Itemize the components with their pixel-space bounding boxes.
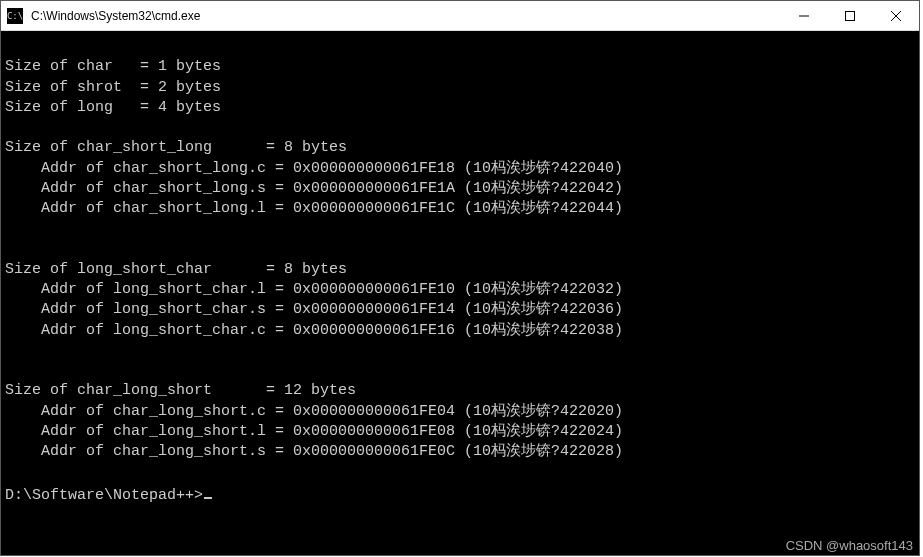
minimize-icon bbox=[799, 11, 809, 21]
output-line: Size of char = 1 bytes bbox=[5, 58, 221, 75]
titlebar[interactable]: C:\ C:\Windows\System32\cmd.exe bbox=[1, 1, 919, 31]
window-buttons bbox=[781, 1, 919, 30]
output-line: Addr of char_short_long.s = 0x0000000000… bbox=[5, 180, 623, 197]
cursor-icon bbox=[204, 483, 212, 499]
output-line: Size of char_long_short = 12 bytes bbox=[5, 382, 356, 399]
output-line: Addr of char_short_long.l = 0x0000000000… bbox=[5, 200, 623, 217]
svg-rect-1 bbox=[846, 11, 855, 20]
output-line: Size of long_short_char = 8 bytes bbox=[5, 261, 347, 278]
output-line: Size of long = 4 bytes bbox=[5, 99, 221, 116]
cmd-icon-glyph: C:\ bbox=[7, 11, 23, 21]
cmd-window: C:\ C:\Windows\System32\cmd.exe Size of … bbox=[0, 0, 920, 556]
minimize-button[interactable] bbox=[781, 1, 827, 30]
output-line: Addr of long_short_char.c = 0x0000000000… bbox=[5, 322, 623, 339]
maximize-button[interactable] bbox=[827, 1, 873, 30]
output-line: Addr of char_long_short.s = 0x0000000000… bbox=[5, 443, 623, 460]
maximize-icon bbox=[845, 11, 855, 21]
output-line: Addr of char_long_short.l = 0x0000000000… bbox=[5, 423, 623, 440]
prompt-line: D:\Software\Notepad++> bbox=[5, 487, 203, 504]
output-line: Addr of char_short_long.c = 0x0000000000… bbox=[5, 160, 623, 177]
window-title: C:\Windows\System32\cmd.exe bbox=[31, 9, 781, 23]
close-button[interactable] bbox=[873, 1, 919, 30]
cmd-icon: C:\ bbox=[7, 8, 23, 24]
output-line: Size of char_short_long = 8 bytes bbox=[5, 139, 347, 156]
watermark: CSDN @whaosoft143 bbox=[786, 538, 913, 553]
output-line: Addr of long_short_char.s = 0x0000000000… bbox=[5, 301, 623, 318]
output-line: Addr of char_long_short.c = 0x0000000000… bbox=[5, 403, 623, 420]
console-area[interactable]: Size of char = 1 bytes Size of shrot = 2… bbox=[1, 31, 919, 555]
output-line: Size of shrot = 2 bytes bbox=[5, 79, 221, 96]
close-icon bbox=[891, 11, 901, 21]
output-line: Addr of long_short_char.l = 0x0000000000… bbox=[5, 281, 623, 298]
